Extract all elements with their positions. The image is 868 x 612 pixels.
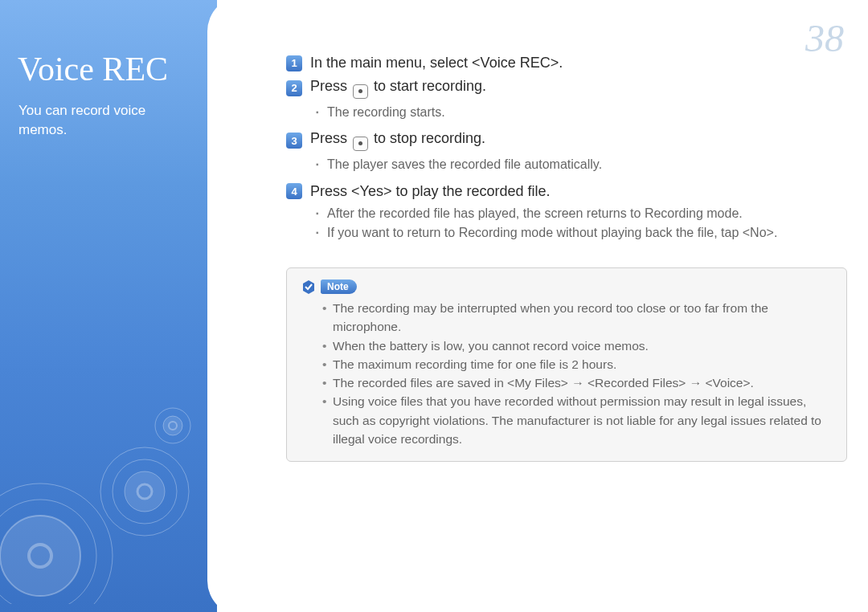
note-header: Note [301, 279, 832, 294]
step-text: In the main menu, select <Voice REC>. [310, 55, 563, 71]
step-number-badge: 2 [286, 80, 302, 96]
step-2: 2 Press to start recording. The recordin… [286, 78, 847, 122]
svg-point-6 [125, 471, 165, 512]
note-box: Note The recording may be interrupted wh… [286, 267, 847, 462]
step-text-content: Press <Yes> to play the recorded file. [310, 183, 551, 199]
note-bullet-item: The recording may be interrupted when yo… [322, 299, 832, 337]
record-button-icon [353, 137, 368, 151]
step-text-content: In the main menu, select <Voice REC>. [310, 55, 563, 71]
svg-point-2 [0, 516, 80, 596]
note-icon [301, 279, 316, 294]
note-bullet-item: The recorded files are saved in <My File… [322, 373, 832, 392]
bullet-item: If you want to return to Recording mode … [316, 223, 847, 243]
step-3: 3 Press to stop recording. The player sa… [286, 130, 847, 174]
step-bullets: The recording starts. [286, 103, 847, 123]
bullet-item: The player saves the recorded file autom… [316, 155, 847, 175]
note-label: Note [321, 279, 357, 294]
svg-point-9 [163, 416, 182, 435]
step-4: 4 Press <Yes> to play the recorded file.… [286, 183, 847, 244]
step-text: Press <Yes> to play the recorded file. [310, 183, 551, 200]
page-number: 38 [805, 16, 844, 60]
note-bullet-item: The maximum recording time for one file … [322, 355, 832, 373]
step-number-badge: 3 [286, 133, 302, 149]
step-bullets: After the recorded file has played, the … [286, 204, 847, 244]
sidebar-subtitle: You can record voice memos. [0, 88, 217, 140]
sidebar: Voice REC You can record voice memos. [0, 0, 217, 612]
note-bullet-item: Using voice files that you have recorded… [322, 392, 832, 448]
decorative-circles [0, 395, 217, 604]
step-text: Press to stop recording. [310, 130, 485, 151]
step-number-badge: 1 [286, 55, 302, 71]
step-text: Press to start recording. [310, 78, 486, 99]
step-text-before: Press [310, 78, 351, 94]
sidebar-curve [207, 0, 280, 612]
bullet-item: After the recorded file has played, the … [316, 204, 847, 224]
step-number-badge: 4 [286, 183, 302, 199]
step-bullets: The player saves the recorded file autom… [286, 155, 847, 175]
step-1: 1 In the main menu, select <Voice REC>. [286, 55, 847, 71]
step-text-after: to start recording. [370, 78, 486, 94]
step-text-after: to stop recording. [370, 130, 485, 146]
note-bullet-item: When the battery is low, you cannot reco… [322, 337, 832, 355]
step-text-before: Press [310, 130, 351, 146]
note-bullets: The recording may be interrupted when yo… [301, 299, 832, 448]
record-button-icon [353, 84, 368, 99]
main-content: 1 In the main menu, select <Voice REC>. … [286, 55, 847, 462]
bullet-item: The recording starts. [316, 103, 847, 123]
sidebar-title: Voice REC [0, 0, 217, 88]
